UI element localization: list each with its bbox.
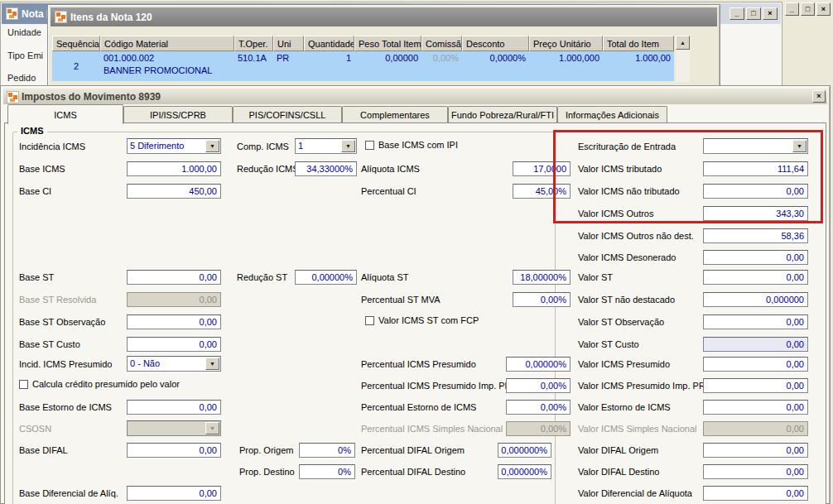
column-header-sequencia[interactable]: Sequência — [52, 36, 100, 51]
input-valor-st-custo: 0,00 — [703, 337, 808, 352]
label-base-st-observacao: Base ST Observação — [19, 317, 105, 328]
input-prop-destino[interactable]: 0% — [299, 464, 355, 479]
dropdown-arrow-icon[interactable]: ▼ — [341, 140, 355, 152]
dropdown-arrow-icon[interactable]: ▼ — [205, 358, 219, 370]
vertical-scrollbar[interactable]: ▲ — [676, 36, 690, 82]
input-base-diferencial-aliq[interactable]: 0,00 — [127, 486, 221, 501]
nota-window-controls: _ □ × — [729, 7, 778, 20]
close-icon: × — [821, 6, 826, 13]
label-base-st-resolvida: Base ST Resolvida — [19, 295, 96, 305]
label-valor-icms-simples-nacional: Valor ICMS Simples Nacional — [578, 424, 696, 434]
label-valor-icms-presumido: Valor ICMS Presumido — [578, 359, 670, 370]
maximize-icon: □ — [806, 6, 810, 13]
input-valor-difal-destino[interactable]: 0,00 — [703, 464, 808, 479]
app-window-controls: _ □ × — [785, 2, 831, 16]
select-incidencia-icms[interactable]: 5 Diferimento ▼ — [127, 138, 221, 154]
input-percentual-icms-simples-nacional: 0,00% — [506, 421, 571, 436]
input-base-icms[interactable]: 1.000,00 — [127, 161, 221, 176]
label-percentual-icms-presumido-imp-pr: Percentual ICMS Presumido Imp. PR — [361, 381, 512, 391]
input-percentual-estorno-icms[interactable]: 0,00% — [506, 400, 571, 415]
label-base-estorno-icms: Base Estorno de ICMS — [19, 402, 112, 413]
input-percentual-ci[interactable]: 45,00% — [513, 184, 571, 199]
column-header-quantidade[interactable]: Quantidade — [304, 36, 354, 51]
checkbox-box[interactable] — [365, 316, 374, 325]
maximize-icon: □ — [751, 10, 755, 17]
column-header-desconto[interactable]: Desconto — [462, 36, 529, 51]
app-close-button[interactable]: × — [816, 2, 831, 16]
checkbox-valor-icms-st-com-fcp[interactable]: Valor ICMS ST com FCP — [365, 315, 479, 325]
input-prop-origem[interactable]: 0% — [299, 443, 355, 458]
input-valor-st[interactable]: 0,00 — [703, 270, 808, 285]
dropdown-arrow-icon[interactable]: ▼ — [792, 140, 807, 152]
input-valor-icms-tributado[interactable]: 111,64 — [703, 161, 808, 176]
column-header-total-do-item[interactable]: Total do Item — [603, 36, 674, 51]
checkbox-base-icms-com-ipi[interactable]: Base ICMS com IPI — [365, 140, 458, 150]
column-header-comissao[interactable]: Comissão — [421, 36, 462, 51]
itens-titlebar[interactable]: Itens da Nota 120 — [51, 7, 717, 26]
cell-comissao: 0,00% — [421, 51, 462, 81]
select-value: 1 — [298, 141, 303, 151]
input-valor-icms-presumido-imp-pr[interactable]: 0,00 — [703, 378, 808, 393]
column-header-toper[interactable]: T.Oper. — [234, 36, 273, 51]
select-incid-icms-presumido[interactable]: 0 - Não ▼ — [127, 356, 221, 372]
checkbox-box[interactable] — [365, 141, 374, 150]
input-base-ci[interactable]: 450,00 — [127, 184, 221, 199]
input-base-st-observacao[interactable]: 0,00 — [127, 314, 221, 329]
checkbox-box[interactable] — [19, 380, 28, 389]
input-base-st-resolvida: 0,00 — [127, 292, 221, 307]
input-base-st[interactable]: 0,00 — [127, 270, 221, 285]
input-percentual-difal-origem[interactable]: 0,000000% — [498, 443, 551, 458]
column-header-peso-total-item[interactable]: Peso Total Item — [354, 36, 421, 51]
input-aliquota-icms[interactable]: 17,0000 — [513, 161, 571, 176]
input-valor-icms-nao-tributado[interactable]: 0,00 — [703, 184, 808, 199]
input-valor-icms-presumido[interactable]: 0,00 — [703, 357, 808, 372]
tab-icms[interactable]: ICMS — [7, 104, 123, 124]
input-valor-estorno-icms[interactable]: 0,00 — [703, 400, 808, 415]
select-comp-icms[interactable]: 1 ▼ — [295, 138, 357, 154]
label-percentual-difal-destino: Percentual DIFAL Destino — [361, 467, 465, 478]
select-escrituracao-entrada[interactable]: ▼ — [703, 138, 808, 154]
input-percentual-difal-destino[interactable]: 0,000000% — [498, 464, 551, 479]
table-row[interactable]: 2 001.000.002 BANNER PROMOCIONAL 510.1A … — [52, 51, 674, 81]
cell-uni: PR — [273, 51, 304, 81]
label-percentual-icms-presumido: Percentual ICMS Presumido — [361, 359, 476, 370]
app-minimize-button[interactable]: _ — [785, 2, 799, 16]
nota-field-label-tipo-emissao: Tipo Emi — [7, 50, 43, 61]
column-header-preco-unitario[interactable]: Preço Unitário — [529, 36, 603, 51]
impostos-window: Impostos do Movimento 8939 × ICMS IPI/IS… — [0, 85, 831, 504]
label-base-icms: Base ICMS — [19, 164, 65, 175]
app-maximize-button[interactable]: □ — [801, 2, 815, 16]
input-valor-st-observacao[interactable]: 0,00 — [703, 314, 808, 329]
scroll-up-button[interactable]: ▲ — [676, 36, 690, 50]
input-valor-difal-origem[interactable]: 0,00 — [703, 443, 808, 458]
label-valor-icms-outros-nao-dest: Valor ICMS Outros não dest. — [578, 231, 694, 242]
input-reducao-st[interactable]: 0,00000% — [295, 270, 357, 285]
input-base-estorno-icms[interactable]: 0,00 — [127, 400, 221, 415]
nota-minimize-button[interactable]: _ — [729, 7, 744, 20]
scroll-up-icon: ▲ — [680, 40, 686, 46]
column-header-uni[interactable]: Uni — [273, 36, 304, 51]
input-valor-diferencial-aliquota[interactable]: 0,00 — [703, 486, 808, 501]
checkbox-calcula-credito-presumido[interactable]: Calcula crédito presumido pelo valor — [19, 379, 180, 389]
input-base-st-custo[interactable]: 0,00 — [127, 337, 221, 352]
input-reducao-icms[interactable]: 34,33000% — [295, 161, 357, 176]
input-valor-st-nao-destacado[interactable]: 0,000000 — [703, 292, 808, 307]
cell-quantidade: 1 — [304, 51, 354, 81]
input-valor-icms-outros-nao-dest[interactable]: 58,36 — [703, 228, 808, 243]
material-code: 001.000.002 — [104, 53, 231, 63]
input-valor-icms-desonerado[interactable]: 0,00 — [703, 250, 808, 265]
input-base-difal[interactable]: 0,00 — [127, 443, 221, 458]
input-percentual-icms-presumido-imp-pr[interactable]: 0,00% — [506, 378, 571, 393]
column-header-codigo-material[interactable]: Código Material — [100, 36, 234, 51]
label-base-diferencial-aliq: Base Diferencial de Alíq. — [19, 488, 118, 499]
input-percentual-st-mva[interactable]: 0,00% — [513, 292, 571, 307]
dropdown-arrow-icon[interactable]: ▼ — [205, 140, 219, 152]
input-valor-icms-outros[interactable]: 343,30 — [703, 206, 808, 221]
cell-sequencia: 2 — [52, 51, 100, 81]
label-csosn: CSOSN — [19, 424, 51, 434]
input-aliquota-st[interactable]: 18,00000% — [513, 270, 571, 285]
nota-close-button[interactable]: × — [763, 7, 778, 20]
input-percentual-icms-presumido[interactable]: 0,00000% — [506, 357, 571, 372]
cell-codigo-material: 001.000.002 BANNER PROMOCIONAL — [100, 51, 234, 81]
nota-maximize-button[interactable]: □ — [746, 7, 761, 20]
